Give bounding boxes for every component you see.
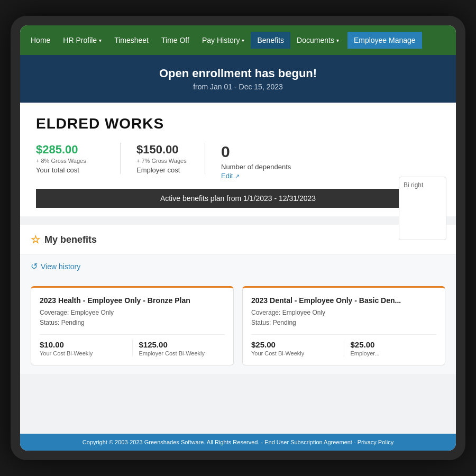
navbar: Home HR Profile ▾ Timesheet Time Off Pay… (20, 25, 456, 55)
dental-employer-cost-col: $25.00 Employer... (344, 340, 437, 356)
health-card-costs: $10.00 Your Cost Bi-Weekly $125.00 Emplo… (40, 334, 225, 356)
history-icon: ↺ (31, 261, 38, 271)
company-section: ELDRED WORKS $285.00 + 8% Gross Wages Yo… (20, 103, 456, 216)
benefits-title: My benefits (44, 234, 97, 245)
company-name: ELDRED WORKS (36, 115, 440, 132)
view-history-link[interactable]: ↺ View history (31, 261, 445, 271)
dental-employer-cost-label: Employer... (351, 350, 437, 356)
chevron-down-icon: ▾ (336, 38, 339, 43)
health-employer-cost-label: Employer Cost Bi-Weekly (139, 350, 225, 356)
view-history-section: ↺ View history (20, 254, 456, 278)
benefits-section: ☆ My benefits (20, 225, 456, 254)
employer-gross: + 7% Gross Wages (136, 158, 189, 164)
enrollment-banner: Open enrollment has begun! from Jan 01 -… (20, 55, 456, 103)
benefit-card-health: 2023 Health - Employee Only - Bronze Pla… (31, 286, 234, 365)
dental-your-cost-col: $25.00 Your Cost Bi-Weekly (251, 340, 344, 356)
external-link-icon: ↗ (235, 173, 240, 179)
nav-pay-history[interactable]: Pay History ▾ (196, 32, 251, 49)
dependents-label: Number of dependents (221, 163, 291, 171)
dependents-count: 0 (221, 143, 291, 161)
benefit-cards-container: 2023 Health - Employee Only - Bronze Pla… (20, 278, 456, 374)
health-card-meta: Coverage: Employee Only Status: Pending (40, 308, 225, 328)
health-your-cost-label: Your Cost Bi-Weekly (40, 350, 126, 356)
right-panel-text: Bi right (404, 181, 423, 189)
screen: Home HR Profile ▾ Timesheet Time Off Pay… (20, 25, 456, 451)
right-panel-stub: Bi right (399, 177, 446, 240)
your-total-label: Your total cost (36, 166, 104, 174)
dental-card-costs: $25.00 Your Cost Bi-Weekly $25.00 Employ… (251, 334, 436, 356)
health-employer-cost-amount: $125.00 (139, 340, 225, 349)
employer-cost-item: $150.00 + 7% Gross Wages Employer cost (121, 143, 205, 174)
employer-label: Employer cost (136, 166, 189, 174)
nav-home[interactable]: Home (24, 32, 57, 49)
health-your-cost-col: $10.00 Your Cost Bi-Weekly (40, 340, 133, 356)
chevron-down-icon: ▾ (99, 38, 102, 43)
enrollment-subtitle: from Jan 01 - Dec 15, 2023 (41, 83, 435, 91)
nav-time-off[interactable]: Time Off (155, 32, 196, 49)
view-history-label: View history (41, 262, 80, 271)
nav-hr-profile[interactable]: HR Profile ▾ (57, 32, 108, 49)
tablet-frame: Home HR Profile ▾ Timesheet Time Off Pay… (11, 16, 465, 460)
dependents-item: 0 Number of dependents Edit ↗ (205, 143, 307, 180)
benefits-header: ☆ My benefits (31, 233, 445, 246)
edit-dependents-link[interactable]: Edit ↗ (221, 172, 240, 180)
your-total-gross: + 8% Gross Wages (36, 158, 104, 164)
health-employer-cost-col: $125.00 Employer Cost Bi-Weekly (133, 340, 225, 356)
nav-documents[interactable]: Documents ▾ (290, 32, 345, 49)
main-content: Open enrollment has begun! from Jan 01 -… (20, 55, 456, 434)
dental-your-cost-label: Your Cost Bi-Weekly (251, 350, 337, 356)
dental-employer-cost-amount: $25.00 (351, 340, 437, 349)
dental-card-meta: Coverage: Employee Only Status: Pending (251, 308, 436, 328)
dental-card-title: 2023 Dental - Employee Only - Basic Den.… (251, 296, 436, 305)
active-plan-bar: Active benefits plan from 1/1/2023 - 12/… (36, 189, 440, 208)
dental-your-cost-amount: $25.00 (251, 340, 337, 349)
enrollment-title: Open enrollment has begun! (41, 67, 435, 80)
footer: Copyright © 2003-2023 Greenshades Softwa… (20, 434, 456, 451)
chevron-down-icon: ▾ (242, 38, 244, 43)
footer-text: Copyright © 2003-2023 Greenshades Softwa… (83, 439, 393, 445)
nav-benefits[interactable]: Benefits (251, 32, 290, 49)
nav-timesheet[interactable]: Timesheet (108, 32, 155, 49)
health-card-title: 2023 Health - Employee Only - Bronze Pla… (40, 296, 225, 305)
your-total-amount: $285.00 (36, 143, 104, 157)
health-your-cost-amount: $10.00 (40, 340, 126, 349)
cost-summary: $285.00 + 8% Gross Wages Your total cost… (36, 143, 440, 180)
benefit-card-dental: 2023 Dental - Employee Only - Basic Den.… (242, 286, 445, 365)
star-icon: ☆ (31, 233, 40, 246)
nav-employee-manage[interactable]: Employee Manage (347, 32, 422, 49)
your-total-cost-item: $285.00 + 8% Gross Wages Your total cost (36, 143, 121, 174)
employer-amount: $150.00 (136, 143, 189, 157)
